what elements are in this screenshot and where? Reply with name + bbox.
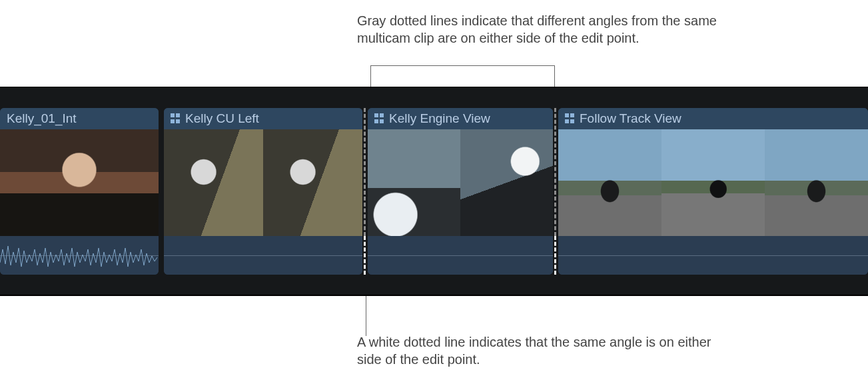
- multicam-icon: [374, 113, 385, 124]
- multicam-icon: [565, 113, 576, 124]
- clip-thumbnail: [460, 129, 553, 236]
- audio-midline: [558, 255, 868, 256]
- audio-midline: [368, 255, 553, 256]
- timeline-track[interactable]: Kelly_01_Int Kelly CU Left: [0, 87, 868, 296]
- clip-follow-track-view[interactable]: Follow Track View: [558, 108, 868, 275]
- annotation-top: Gray dotted lines indicate that differen…: [357, 12, 770, 47]
- clip-audio-lane: [368, 236, 553, 275]
- clip-thumbnail: [164, 129, 263, 236]
- audio-waveform: [0, 236, 159, 275]
- clip-header: Kelly_01_Int: [0, 108, 159, 129]
- clip-header: Kelly CU Left: [164, 108, 362, 129]
- clip-thumbnail: [368, 129, 460, 236]
- clip-thumbnail: [765, 129, 868, 236]
- annotation-bottom: A white dotted line indicates that the s…: [357, 333, 730, 368]
- audio-midline: [164, 255, 362, 256]
- clip-header: Kelly Engine View: [368, 108, 553, 129]
- clip-label: Kelly Engine View: [389, 111, 490, 126]
- clip-label: Kelly_01_Int: [7, 111, 77, 126]
- clip-kelly-01-int[interactable]: Kelly_01_Int: [0, 108, 159, 275]
- clip-thumbnails: [558, 129, 868, 236]
- callout-line: [370, 65, 554, 66]
- clip-thumbnail: [661, 129, 765, 236]
- clip-label: Follow Track View: [580, 111, 681, 126]
- multicam-icon: [171, 113, 181, 124]
- clip-kelly-cu-left[interactable]: Kelly CU Left: [164, 108, 362, 275]
- clip-header: Follow Track View: [558, 108, 868, 129]
- clip-thumbnails: [368, 129, 553, 236]
- clip-kelly-engine-view[interactable]: Kelly Engine View: [368, 108, 553, 275]
- clip-thumbnail: [558, 129, 661, 236]
- clip-audio-lane: [0, 236, 159, 275]
- clip-thumbnails: [164, 129, 362, 236]
- edit-point-line-white: [554, 236, 556, 275]
- clip-thumbnail: [263, 129, 362, 236]
- clip-thumbnails: [0, 129, 159, 236]
- edit-point-line-gray: [554, 108, 556, 236]
- edit-point-line-gray: [364, 108, 366, 236]
- clip-label: Kelly CU Left: [185, 111, 259, 126]
- clip-audio-lane: [558, 236, 868, 275]
- edit-point-line-white: [364, 236, 366, 275]
- clip-thumbnail: [0, 129, 159, 236]
- callout-line: [366, 296, 366, 336]
- timeline-inner: Kelly_01_Int Kelly CU Left: [0, 108, 868, 275]
- clip-audio-lane: [164, 236, 362, 275]
